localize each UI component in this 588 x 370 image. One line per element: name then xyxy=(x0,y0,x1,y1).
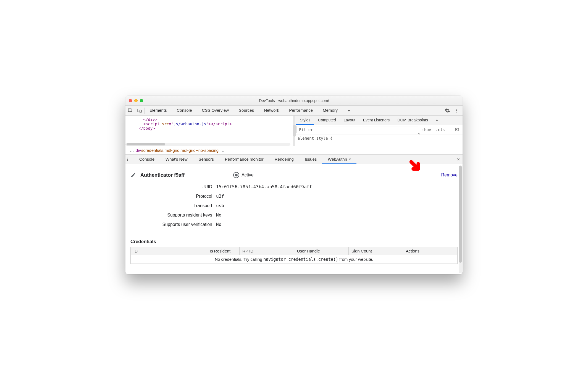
drawer-tab-webauthn[interactable]: WebAuthn × xyxy=(322,155,356,164)
sidebar-tab-computed[interactable]: Computed xyxy=(314,116,340,125)
col-user-handle: User Handle xyxy=(294,247,348,255)
settings-gear-icon[interactable] xyxy=(443,106,452,116)
scrollbar-thumb[interactable] xyxy=(127,143,165,145)
radio-icon xyxy=(233,172,239,178)
titlebar: DevTools - webauthndemo.appspot.com/ xyxy=(125,96,463,106)
hov-toggle[interactable]: :hov xyxy=(420,127,434,132)
svg-point-9 xyxy=(127,160,128,161)
tab-performance[interactable]: Performance xyxy=(284,106,318,115)
col-id: ID xyxy=(131,247,207,255)
elements-split: </div> <script src="js/webauthn.js"></sc… xyxy=(125,116,463,146)
authenticator-title: Authenticator f9aff xyxy=(140,172,185,178)
sidebar-tabs-overflow[interactable]: » xyxy=(432,116,442,125)
empty-code: navigator.credentials.create() xyxy=(263,257,338,262)
prop-value: u2f xyxy=(216,194,224,199)
svg-point-5 xyxy=(456,111,457,112)
prop-value: No xyxy=(216,212,221,218)
prop-label: UUID xyxy=(130,184,216,189)
styles-filter-input[interactable]: Filter xyxy=(296,126,418,133)
svg-rect-6 xyxy=(455,128,459,131)
styles-toolbar: Filter :hov .cls + xyxy=(295,125,463,134)
drawer-close-button[interactable]: × xyxy=(454,157,463,162)
sidebar-tab-layout[interactable]: Layout xyxy=(340,116,359,125)
drawer-tab-rendering[interactable]: Rendering xyxy=(269,155,299,164)
drawer-tab-issues[interactable]: Issues xyxy=(299,155,322,164)
dom-token: </div> xyxy=(143,117,158,122)
prop-value: 15c01f56-785f-43b4-ab58-4facd60f9aff xyxy=(216,184,312,189)
tab-sources[interactable]: Sources xyxy=(234,106,259,115)
split-handle[interactable] xyxy=(293,116,295,146)
scrollbar-thumb[interactable] xyxy=(459,166,462,263)
svg-point-7 xyxy=(127,158,128,158)
devtools-window: DevTools - webauthndemo.appspot.com/ Ele… xyxy=(125,96,463,274)
dom-token: <script xyxy=(143,122,162,126)
prop-label: Transport xyxy=(130,203,216,208)
dom-token: </body> xyxy=(139,126,155,131)
sidebar-tab-event-listeners[interactable]: Event Listeners xyxy=(359,116,394,125)
tab-console[interactable]: Console xyxy=(172,106,197,115)
tabs-overflow-button[interactable]: » xyxy=(343,106,355,115)
table-empty-row: No credentials. Try calling navigator.cr… xyxy=(131,255,458,264)
window-title: DevTools - webauthndemo.appspot.com/ xyxy=(125,98,463,103)
credentials-heading: Credentials xyxy=(130,239,458,244)
drawer-tab-whats-new[interactable]: What's New xyxy=(160,155,193,164)
breadcrumb-node[interactable]: div#credentials.mdl-grid.mdl-grid--no-sp… xyxy=(136,148,219,153)
prop-value: No xyxy=(216,222,221,227)
styles-sidebar: Styles Computed Layout Event Listeners D… xyxy=(295,116,463,146)
svg-point-8 xyxy=(127,159,128,160)
drawer-more-vert-icon[interactable] xyxy=(125,157,134,161)
tab-css-overview[interactable]: CSS Overview xyxy=(197,106,234,115)
drawer-tab-console[interactable]: Console xyxy=(134,155,160,164)
more-vert-icon[interactable] xyxy=(452,106,461,116)
breadcrumb-right-overflow[interactable]: … xyxy=(219,148,226,153)
cls-toggle[interactable]: .cls xyxy=(433,127,447,132)
webauthn-panel: Authenticator f9aff Active Remove UUID 1… xyxy=(125,164,463,274)
dom-breadcrumb[interactable]: … div#credentials.mdl-grid.mdl-grid--no-… xyxy=(125,146,463,154)
empty-prefix: No credentials. Try calling xyxy=(215,257,263,262)
prop-row-protocol: Protocol u2f xyxy=(130,194,458,203)
dom-token: js/webauthn.js xyxy=(174,122,206,126)
col-is-resident: Is Resident xyxy=(207,247,240,255)
empty-suffix: from your website. xyxy=(338,257,373,262)
prop-label: Supports resident keys xyxy=(130,213,216,218)
main-toolbar: Elements Console CSS Overview Sources Ne… xyxy=(125,106,463,116)
active-radio-label: Active xyxy=(242,173,254,178)
credentials-table: ID Is Resident RP ID User Handle Sign Co… xyxy=(130,247,458,264)
pencil-icon[interactable] xyxy=(130,172,136,178)
sidebar-tab-styles[interactable]: Styles xyxy=(296,116,314,125)
svg-point-3 xyxy=(456,109,457,110)
prop-label: Supports user verification xyxy=(130,222,216,227)
active-radio[interactable]: Active xyxy=(233,172,254,178)
drawer-tab-webauthn-close-icon[interactable]: × xyxy=(349,157,351,161)
horizontal-scrollbar[interactable] xyxy=(125,143,290,146)
svg-rect-2 xyxy=(140,110,141,112)
prop-row-transport: Transport usb xyxy=(130,203,458,212)
col-sign-count: Sign Count xyxy=(348,247,403,255)
prop-row-user-verification: Supports user verification No xyxy=(130,222,458,231)
drawer-tab-perf-monitor[interactable]: Performance monitor xyxy=(219,155,269,164)
layout-sidebar-icon[interactable] xyxy=(455,127,463,132)
drawer-tab-webauthn-label: WebAuthn xyxy=(328,157,347,161)
remove-link[interactable]: Remove xyxy=(441,173,458,178)
panel-scrollbar[interactable] xyxy=(459,165,462,273)
inspect-icon[interactable] xyxy=(125,106,135,116)
tab-network[interactable]: Network xyxy=(259,106,284,115)
col-actions: Actions xyxy=(403,247,457,255)
drawer-tabstrip: Console What's New Sensors Performance m… xyxy=(125,154,463,164)
svg-point-4 xyxy=(456,110,457,111)
tab-memory[interactable]: Memory xyxy=(318,106,343,115)
table-header-row: ID Is Resident RP ID User Handle Sign Co… xyxy=(131,247,458,255)
tab-elements[interactable]: Elements xyxy=(145,106,172,115)
add-rule-button[interactable]: + xyxy=(447,127,455,132)
sidebar-tab-dom-breakpoints[interactable]: DOM Breakpoints xyxy=(393,116,432,125)
prop-value: usb xyxy=(216,203,224,208)
devices-icon[interactable] xyxy=(135,106,144,116)
dom-tree[interactable]: </div> <script src="js/webauthn.js"></sc… xyxy=(125,116,293,146)
sidebar-tabstrip: Styles Computed Layout Event Listeners D… xyxy=(295,116,463,125)
prop-label: Protocol xyxy=(130,194,216,199)
breadcrumb-left-overflow[interactable]: … xyxy=(128,148,136,153)
authenticator-header: Authenticator f9aff Active Remove xyxy=(130,172,458,178)
drawer-tab-sensors[interactable]: Sensors xyxy=(193,155,219,164)
authenticator-properties: UUID 15c01f56-785f-43b4-ab58-4facd60f9af… xyxy=(130,184,458,231)
style-rule-element-style[interactable]: element.style { xyxy=(295,134,463,142)
